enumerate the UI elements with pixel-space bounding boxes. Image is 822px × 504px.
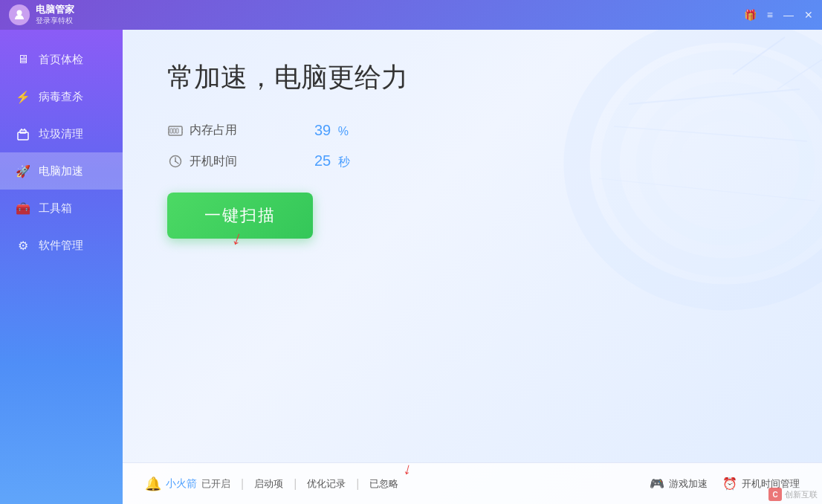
optimize-log-link[interactable]: 优化记录 [307, 477, 346, 491]
app-branding: 电脑管家 登录享特权 [9, 4, 74, 26]
memory-stat-row: 内存占用 39 % [167, 122, 777, 139]
svg-rect-2 [20, 130, 26, 133]
bottom-bar: ↓ 🔔 小火箭 已开启 | 启动项 | 优化记录 | 已忽略 🎮 游戏加速 ⏰ [123, 462, 822, 504]
main-content: 常加速，电脑更给力 [123, 30, 822, 462]
svg-rect-18 [176, 129, 178, 133]
sidebar: 🖥 首页体检 ⚡ 病毒查杀 垃圾清理 🚀 电脑加速 🧰 工具箱 [0, 30, 123, 504]
accelerate-icon: 🚀 [15, 163, 31, 179]
stats-area: 内存占用 39 % [167, 122, 777, 170]
svg-point-26 [175, 161, 176, 162]
watermark: C 创新互联 [768, 488, 818, 501]
watermark-logo: C [768, 488, 782, 501]
tools-icon: 🧰 [15, 200, 31, 216]
sidebar-item-software[interactable]: ⚙ 软件管理 [0, 227, 123, 264]
sidebar-label-accelerate: 电脑加速 [39, 164, 83, 178]
feature-name: 小火箭 [166, 477, 197, 491]
home-icon: 🖥 [15, 51, 31, 68]
main-layout: 🖥 首页体检 ⚡ 病毒查杀 垃圾清理 🚀 电脑加速 🧰 工具箱 [0, 30, 822, 504]
window-controls: 🎁 ≡ — ✕ [744, 9, 813, 21]
avatar [9, 4, 30, 25]
boot-value: 25 秒 [314, 152, 350, 170]
clean-icon [15, 126, 31, 142]
sidebar-label-tools: 工具箱 [39, 201, 72, 216]
sidebar-label-virus: 病毒查杀 [39, 90, 83, 104]
boot-icon [167, 153, 184, 169]
software-icon: ⚙ [15, 237, 31, 253]
app-name: 电脑管家 [36, 4, 74, 16]
feature-status: 已开启 [201, 477, 230, 491]
page-title: 常加速，电脑更给力 [167, 59, 777, 96]
sidebar-item-accelerate[interactable]: 🚀 电脑加速 [0, 152, 123, 190]
game-icon: 🎮 [650, 476, 664, 491]
clock-icon: ⏰ [722, 476, 737, 491]
content-area: ↓ 常加速，电脑更给力 [123, 30, 822, 504]
sidebar-label-clean: 垃圾清理 [39, 127, 83, 141]
separator-3: | [356, 477, 359, 491]
game-accelerate-button[interactable]: 🎮 游戏加速 [650, 476, 708, 491]
memory-value: 39 % [314, 122, 349, 139]
boot-stat-row: 开机时间 25 秒 [167, 152, 777, 170]
sidebar-item-clean[interactable]: 垃圾清理 [0, 115, 123, 152]
startup-link[interactable]: 启动项 [254, 477, 283, 491]
memory-icon [167, 123, 184, 139]
separator-2: | [294, 477, 297, 491]
sidebar-item-home[interactable]: 🖥 首页体检 [0, 41, 123, 78]
menu-button[interactable]: ≡ [767, 9, 773, 21]
minimize-button[interactable]: — [783, 9, 794, 21]
memory-label: 内存占用 [190, 123, 249, 138]
app-title-group: 电脑管家 登录享特权 [36, 4, 74, 26]
boot-label: 开机时间 [190, 154, 249, 169]
svg-rect-16 [170, 129, 172, 133]
ignored-link[interactable]: 已忽略 [369, 477, 398, 491]
sidebar-item-tools[interactable]: 🧰 工具箱 [0, 190, 123, 227]
rocket-bell-icon: 🔔 [145, 476, 161, 492]
title-bar: 电脑管家 登录享特权 🎁 ≡ — ✕ [0, 0, 822, 30]
sidebar-label-software: 软件管理 [39, 239, 83, 253]
bottom-left: 🔔 小火箭 已开启 | 启动项 | 优化记录 | 已忽略 [145, 476, 650, 492]
app-subtitle: 登录享特权 [36, 16, 74, 26]
svg-point-0 [17, 10, 22, 16]
close-button[interactable]: ✕ [804, 9, 813, 21]
game-label: 游戏加速 [669, 477, 708, 491]
svg-rect-17 [173, 129, 175, 133]
gift-button[interactable]: 🎁 [744, 9, 757, 21]
separator-1: | [241, 477, 244, 491]
sidebar-label-home: 首页体检 [39, 53, 83, 67]
sidebar-item-virus[interactable]: ⚡ 病毒查杀 [0, 78, 123, 115]
virus-icon: ⚡ [15, 88, 31, 105]
watermark-text: 创新互联 [785, 489, 818, 500]
